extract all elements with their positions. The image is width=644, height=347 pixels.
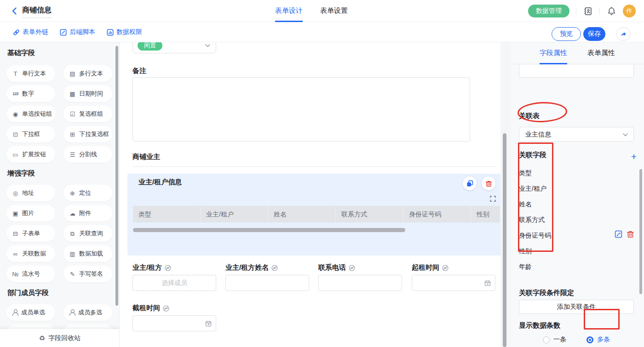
chevron-down-icon	[623, 133, 628, 137]
radio-single-record[interactable]: 一条	[543, 336, 566, 344]
related-field-item[interactable]: 联系方式	[519, 212, 592, 228]
owner-renter-subform-widget[interactable]: 业主/租户信息 类型 业主/租户 姓名 联系方式 身份证号码 性别	[127, 174, 500, 256]
form-external-link[interactable]: 表单外链	[13, 28, 48, 36]
field-item-label: 图片	[22, 209, 34, 217]
contacts-book-icon[interactable]	[583, 6, 593, 16]
text-input[interactable]	[225, 275, 309, 291]
date-input[interactable]	[412, 275, 495, 291]
data-permission-link[interactable]: 数据权限	[107, 28, 142, 36]
remark-textarea[interactable]	[132, 77, 470, 142]
delete-widget-button[interactable]	[482, 176, 495, 190]
field-item-divider[interactable]: ☰分割线	[63, 146, 112, 163]
field-recycle-bin[interactable]: ♻ 字段回收站	[0, 329, 120, 347]
cloud-upload-icon: ☁	[69, 210, 76, 217]
field-item-lookup-query[interactable]: ⧉关联查询	[63, 225, 112, 242]
text-input[interactable]	[318, 275, 402, 291]
field-item-extend-button[interactable]: ▭扩展按钮	[6, 146, 55, 163]
sidebar-scrollbar[interactable]	[115, 46, 118, 306]
edit-related-fields-button[interactable]	[615, 230, 622, 238]
back-button[interactable]	[10, 6, 19, 16]
field-item-single-line-text[interactable]: T单行文本	[6, 65, 55, 82]
tab-form-design[interactable]: 表单设计	[275, 0, 303, 22]
avatar[interactable]: 作	[623, 5, 636, 17]
field-item-subform[interactable]: ⊟子表单	[6, 225, 55, 242]
field-item-member-multi[interactable]: 成员多选	[63, 304, 112, 321]
map-pin-icon: ◎	[12, 189, 19, 197]
notification-bell-icon[interactable]	[606, 6, 616, 16]
tab-form-properties-label: 表单属性	[587, 49, 615, 57]
field-item-multi-line-text[interactable]: ▤多行文本	[63, 65, 112, 82]
save-button[interactable]: 保存	[583, 27, 605, 41]
tab-form-settings-label: 表单设置	[320, 6, 348, 14]
people-icon	[69, 309, 75, 316]
eye-off-icon	[163, 305, 169, 312]
field-item-label: 成员多选	[78, 308, 102, 317]
lease-start-field: 起租时间	[412, 264, 495, 291]
section-title-basic-fields: 基础字段	[7, 49, 35, 57]
field-item-label: 数字	[22, 90, 34, 98]
field-item-datetime[interactable]: ▦日期时间	[63, 85, 112, 102]
delete-related-fields-button[interactable]	[627, 230, 634, 238]
field-item-radio-group[interactable]: ◉单选按钮组	[6, 106, 55, 122]
horizontal-scrollbar[interactable]	[133, 228, 405, 232]
field-item-serial-number[interactable]: №流水号	[6, 266, 55, 282]
related-field-item[interactable]: 类型	[519, 165, 592, 181]
field-item-label: 地址	[22, 189, 34, 197]
field-item-multi-select[interactable]: ⊞下拉复选框	[63, 126, 112, 142]
section-title-shop-owner: 商铺业主	[132, 153, 160, 161]
tab-field-properties[interactable]: 字段属性	[540, 42, 567, 64]
tab-form-properties[interactable]: 表单属性	[587, 42, 615, 64]
status-select[interactable]: 闲置	[132, 42, 216, 53]
tab-form-settings[interactable]: 表单设置	[320, 0, 348, 22]
field-item-number[interactable]: 123数字	[6, 85, 55, 102]
field-item-checkbox-group[interactable]: ☑复选框组	[63, 106, 112, 122]
field-library-sidebar: 基础字段 T单行文本 ▤多行文本 123数字 ▦日期时间 ◉单选按钮组 ☑复选框…	[0, 42, 120, 347]
field-item-address[interactable]: ◎地址	[6, 185, 55, 201]
preview-button[interactable]: 预览	[552, 27, 581, 41]
field-item-label: 手写签名	[79, 270, 103, 278]
add-condition-button[interactable]: 添加关联条件	[519, 300, 634, 314]
expand-corners-icon[interactable]	[490, 196, 496, 202]
field-item-image[interactable]: ▣图片	[6, 205, 55, 222]
subform-icon: ⊟	[12, 230, 19, 238]
related-field-item[interactable]: 性别	[519, 243, 592, 259]
eye-off-icon	[271, 265, 278, 271]
person-icon	[12, 309, 18, 316]
owner-renter-field: 业主/租方 选择成员	[132, 264, 216, 291]
field-item-member-single[interactable]: 成员单选	[6, 304, 55, 321]
calendar-icon	[205, 320, 212, 327]
related-field-item[interactable]: 年龄	[519, 259, 592, 274]
copy-widget-button[interactable]	[463, 176, 477, 190]
section-title-enhanced-fields: 增强字段	[7, 169, 35, 178]
related-field-item[interactable]: 业主/租户	[519, 181, 592, 196]
panel-scrollbar[interactable]	[639, 169, 642, 294]
field-item-signature[interactable]: ✎手写签名	[63, 266, 112, 282]
share-arrow-icon	[620, 31, 627, 38]
field-item-location[interactable]: ⊕定位	[63, 185, 112, 201]
share-button[interactable]	[616, 27, 630, 41]
canvas-scrollbar[interactable]	[503, 133, 506, 347]
related-field-item[interactable]: 身份证号码	[519, 228, 592, 243]
member-picker-input[interactable]: 选择成员	[132, 275, 216, 291]
date-input[interactable]	[132, 315, 216, 331]
backend-script-link[interactable]: 后端脚本	[60, 28, 95, 36]
trash-icon	[627, 230, 634, 238]
owner-renter-name-field: 业主/租方姓名	[225, 264, 309, 291]
related-field-item[interactable]: 姓名	[519, 196, 592, 212]
add-related-field-button[interactable]: +	[631, 152, 637, 161]
subform-title: 业主/租户信息	[138, 178, 182, 187]
edit-icon	[615, 230, 622, 238]
field-item-select[interactable]: ⊡下拉框	[6, 126, 55, 142]
field-name-input-partial[interactable]	[519, 65, 634, 78]
radio-multiple-records[interactable]: 多条	[586, 336, 610, 344]
related-table-select[interactable]: 业主信息	[519, 127, 634, 142]
data-manage-button[interactable]: 数据管理	[528, 5, 569, 17]
lease-end-field: 截租时间	[132, 304, 216, 331]
field-item-attachment[interactable]: ☁附件	[63, 205, 112, 222]
button-icon: ▭	[12, 151, 19, 159]
script-icon	[60, 29, 67, 36]
field-item-linked-data[interactable]: ∞关联数据	[6, 245, 55, 262]
recycle-icon: ♻	[39, 334, 45, 342]
field-item-label: 单选按钮组	[22, 110, 52, 118]
field-item-data-load[interactable]: ▥数据加载	[63, 245, 112, 262]
